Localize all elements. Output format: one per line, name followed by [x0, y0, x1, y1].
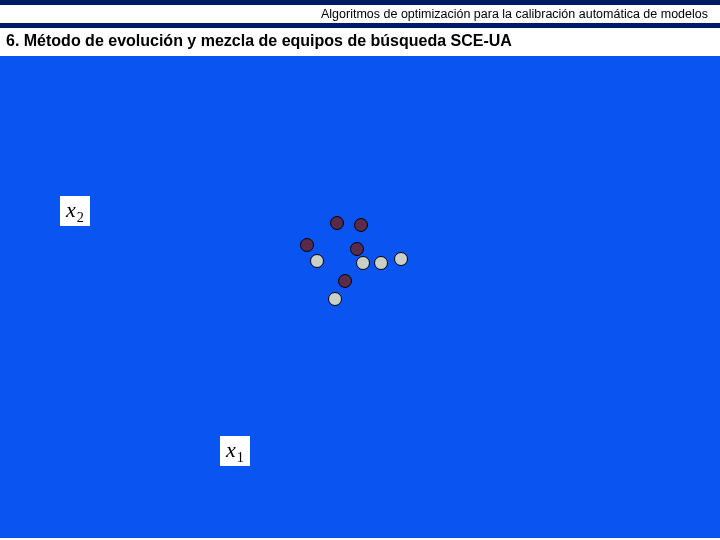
scatter-point: [354, 218, 368, 232]
axis-y-var: x: [66, 197, 76, 222]
section-title: 6. Método de evolución y mezcla de equip…: [6, 32, 512, 49]
scatter-point: [350, 242, 364, 256]
scatter-point: [374, 256, 388, 270]
scatter-point: [330, 216, 344, 230]
header-bar: Algoritmos de optimización para la calib…: [0, 0, 720, 28]
axis-y-label: x2: [60, 196, 90, 226]
title-row: 6. Método de evolución y mezcla de equip…: [0, 28, 720, 56]
scatter-point: [338, 274, 352, 288]
diagram-canvas: x2 x1: [0, 56, 720, 538]
axis-y-sub: 2: [77, 209, 84, 225]
axis-x-sub: 1: [237, 449, 244, 465]
scatter-point: [328, 292, 342, 306]
scatter-point: [310, 254, 324, 268]
scatter-point: [300, 238, 314, 252]
axis-x-var: x: [226, 437, 236, 462]
axis-x-label: x1: [220, 436, 250, 466]
header-suptitle: Algoritmos de optimización para la calib…: [321, 7, 708, 21]
scatter-point: [394, 252, 408, 266]
scatter-point: [356, 256, 370, 270]
